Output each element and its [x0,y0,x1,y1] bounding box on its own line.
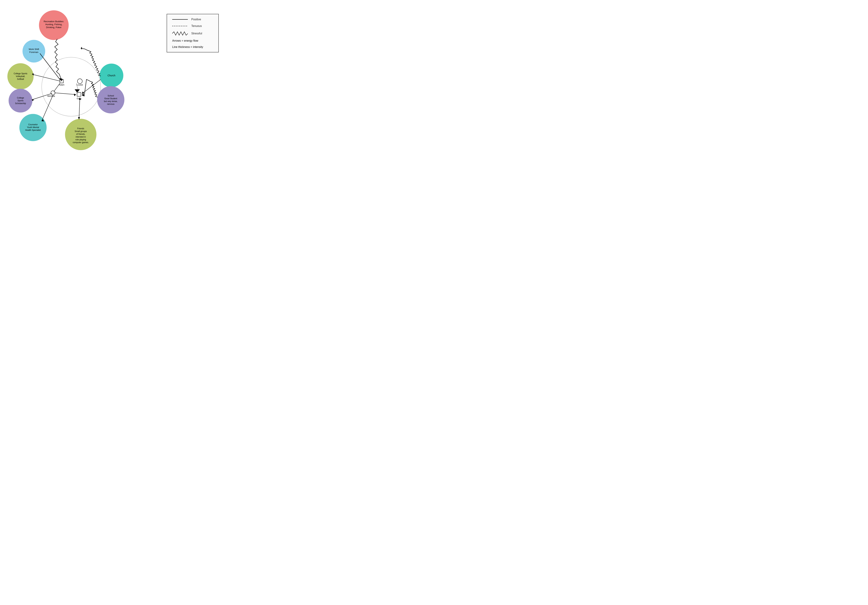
text-counselor3: Health Specialist [25,129,41,132]
diagram-svg: Adam Louise Michelle Greg Recreation Bud… [0,0,139,156]
legend-positive-line [172,18,188,21]
line-school-greg [82,79,98,97]
legend-thickness-text: Line thickness = intensity [172,45,203,49]
label-adam: Adam [59,84,64,86]
arrow-church-louise [81,47,82,50]
label-michelle: Michelle [47,95,55,97]
legend-tenuous: Tenuous [172,24,213,28]
text-work2: Foreman [29,51,38,53]
legend-stressful-label: Stressful [191,32,202,35]
label-greg: Greg [77,97,81,100]
text-school2: Good Student [104,97,117,100]
text-recreation3: Drinking, Poker [46,26,62,29]
legend-tenuous-label: Tenuous [191,25,202,28]
text-church: Church [107,74,115,77]
legend: Positive Tenuous Stressful Arrows = ener… [167,14,219,53]
text-counselor2: Youth Mental [27,126,39,128]
text-friends2: Small groups [74,130,87,133]
text-scholarship3: Scholarship [15,102,26,105]
text-school3: but very tense, [104,100,118,102]
text-friends3: of friends, [76,133,85,135]
text-friends4: intersted in [76,136,86,138]
text-counselor: Counselor [28,123,38,126]
text-friends: Friends [77,127,84,130]
text-college-sports2: Volleyball, [16,75,25,77]
node-school [97,86,124,113]
legend-positive: Positive [172,18,213,21]
family-circle [42,57,101,116]
line-church-louise [81,48,101,76]
line-friends-greg [79,97,80,119]
line-recreation-adam [55,39,62,81]
text-school4: nervous [107,103,115,105]
text-scholarship2: Sports [17,99,23,102]
text-scholarship: College [17,97,24,99]
line-work-adam [40,53,60,80]
arrow-michelle-greg [74,94,76,96]
line-college-sports-adam [32,74,60,81]
legend-arrows-text: Arrows = energy flow [172,39,198,42]
symbol-greg [77,93,81,96]
text-college-sports3: Softball [17,78,24,80]
text-college-sports: College Sports [14,72,28,75]
symbol-michelle [51,91,55,95]
symbol-louise [78,79,82,84]
label-louise: Louise [77,84,83,86]
text-work: Work Shift [29,48,39,51]
legend-stressful: Stressful [172,31,213,36]
line-counselor-michelle [42,95,53,121]
text-friends5: role playing [75,138,86,141]
text-friends6: computer games. [73,141,89,144]
arrow-church-greg [82,91,84,94]
arrowhead-to-greg [74,89,80,93]
legend-tenuous-line [172,24,188,28]
legend-positive-label: Positive [191,18,201,21]
legend-arrows-row: Arrows = energy flow [172,39,213,42]
legend-stressful-line [172,31,188,36]
text-recreation: Recreation Buddies: [43,20,64,23]
legend-thickness-row: Line thickness = intensity [172,45,213,49]
line-michelle-greg [55,93,76,94]
text-school: School [108,94,114,97]
text-recreation2: Hunting, Fishing, [45,23,62,26]
